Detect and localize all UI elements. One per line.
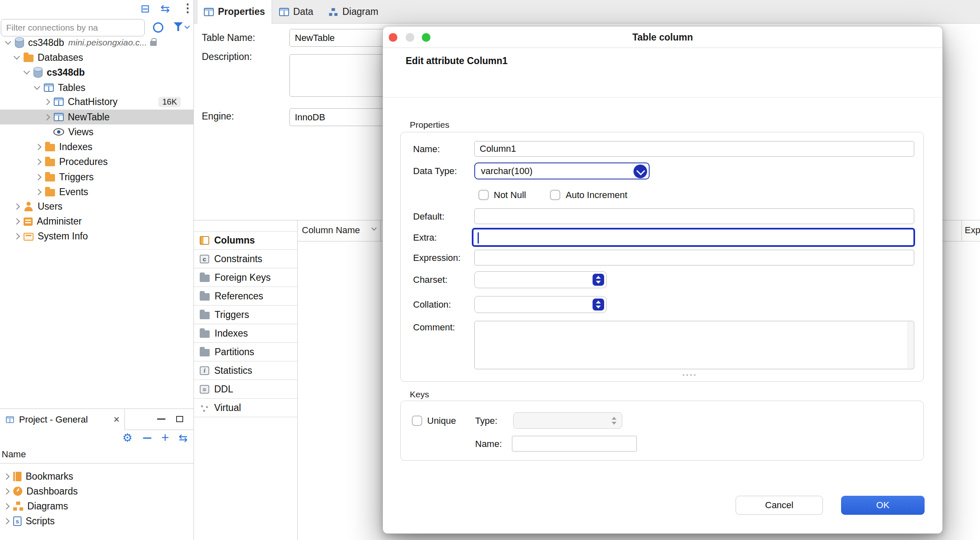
- chevron-right-icon[interactable]: [3, 474, 10, 479]
- tree-item-connection[interactable]: cs348db mini.peisongxiao.c...: [0, 35, 194, 50]
- tree-item-system-info[interactable]: System Info: [0, 229, 194, 244]
- tree-item-triggers[interactable]: Triggers: [0, 170, 194, 184]
- maximize-panel-icon[interactable]: [176, 416, 183, 422]
- side-tab-virtual[interactable]: Virtual: [194, 399, 297, 417]
- side-tab-triggers[interactable]: Triggers: [194, 306, 297, 324]
- close-icon[interactable]: ×: [113, 414, 120, 425]
- chevron-right-icon[interactable]: [3, 519, 10, 523]
- side-tab-columns[interactable]: Columns: [194, 231, 297, 250]
- project-item-dashboards[interactable]: Dashboards: [0, 484, 194, 499]
- column-name-input[interactable]: [474, 141, 914, 157]
- add-item-icon[interactable]: +: [161, 431, 169, 444]
- kebab-menu-icon[interactable]: ⋮: [182, 2, 194, 14]
- data-type-select[interactable]: varchar(100): [474, 162, 650, 179]
- chevron-right-icon[interactable]: [3, 489, 10, 494]
- comment-textarea[interactable]: [474, 321, 914, 369]
- extra-input-focused[interactable]: [472, 228, 915, 247]
- chevron-right-icon[interactable]: [3, 504, 10, 509]
- chevron-down-icon[interactable]: [633, 165, 647, 178]
- cancel-button[interactable]: Cancel: [736, 496, 823, 515]
- tree-item-administer[interactable]: Administer: [0, 214, 194, 229]
- tab-properties[interactable]: Properties: [197, 0, 272, 24]
- properties-tab-icon: [204, 8, 214, 16]
- chevron-right-icon[interactable]: [35, 160, 41, 164]
- databases-folder-icon: [24, 55, 33, 62]
- filter-connections-input[interactable]: [1, 19, 145, 36]
- chevron-down-icon[interactable]: [24, 71, 30, 74]
- tree-item-database-cs348db[interactable]: cs348db: [0, 65, 194, 80]
- not-null-label[interactable]: Not Null: [494, 189, 526, 201]
- side-tab-indexes[interactable]: Indexes: [194, 324, 297, 343]
- remove-item-icon[interactable]: [143, 437, 151, 439]
- unique-label[interactable]: Unique: [427, 415, 456, 426]
- tree-item-users[interactable]: Users: [0, 199, 194, 214]
- project-item-scripts[interactable]: s Scripts: [0, 514, 194, 528]
- sync-connection-icon[interactable]: ⇆: [179, 432, 188, 443]
- tree-item-views[interactable]: Views: [0, 124, 194, 139]
- chevron-down-icon[interactable]: [34, 86, 40, 89]
- not-null-checkbox[interactable]: [478, 190, 489, 200]
- constraints-icon: c: [200, 255, 209, 263]
- column-name-header[interactable]: Column Name: [302, 225, 360, 236]
- side-tab-references[interactable]: References: [194, 287, 297, 306]
- ok-button[interactable]: OK: [841, 496, 925, 515]
- stepper-icon[interactable]: [593, 274, 604, 286]
- tree-item-events[interactable]: Events: [0, 184, 194, 199]
- side-tab-ddl[interactable]: ≡ DDL: [194, 380, 297, 399]
- tree-item-chathistory[interactable]: ChatHistory 16K: [0, 94, 194, 109]
- gear-icon[interactable]: ⚙: [122, 432, 132, 444]
- filter-settings-icon[interactable]: [174, 22, 183, 31]
- constraints-glyph: c: [203, 256, 206, 263]
- data-tab-icon: [279, 8, 289, 16]
- resize-grip-icon[interactable]: [683, 374, 684, 376]
- chevron-right-icon[interactable]: [35, 145, 41, 149]
- chevron-right-icon[interactable]: [35, 190, 41, 194]
- side-tab-constraints[interactable]: c Constraints: [194, 250, 297, 268]
- dialog-titlebar[interactable]: Table column: [383, 26, 942, 48]
- charset-select[interactable]: [474, 271, 607, 288]
- chevron-right-icon[interactable]: [44, 100, 50, 104]
- filter-dropdown-icon[interactable]: [184, 24, 190, 29]
- column-menu-chevron-icon[interactable]: [371, 225, 377, 231]
- collapse-all-icon[interactable]: ⊟: [141, 3, 150, 14]
- unique-checkbox[interactable]: [412, 416, 422, 426]
- expression-input[interactable]: [474, 250, 914, 265]
- chevron-right-icon[interactable]: [14, 234, 20, 239]
- collapse-connections-icon[interactable]: [153, 22, 163, 33]
- link-editor-icon[interactable]: ⇆: [160, 3, 170, 14]
- auto-increment-label[interactable]: Auto Increment: [566, 189, 627, 201]
- side-tab-foreign-keys[interactable]: Foreign Keys: [194, 268, 297, 287]
- key-name-input[interactable]: [512, 436, 637, 452]
- project-name-column-header[interactable]: Name: [0, 446, 194, 464]
- collation-select[interactable]: [474, 296, 607, 313]
- tab-diagram[interactable]: Diagram: [322, 0, 385, 24]
- tab-project-general[interactable]: Project - General ×: [0, 409, 125, 430]
- scrollbar[interactable]: [908, 322, 913, 368]
- minimize-panel-icon[interactable]: [157, 418, 165, 420]
- chevron-down-icon[interactable]: [5, 41, 11, 44]
- stepper-icon[interactable]: [593, 299, 604, 311]
- tree-item-newtable[interactable]: NewTable: [0, 110, 194, 124]
- table-icon: [54, 98, 64, 106]
- expr-column-header[interactable]: Expr: [965, 225, 980, 236]
- charset-label: Charset:: [413, 274, 447, 285]
- chevron-right-icon[interactable]: [44, 115, 50, 119]
- dialog-title: Table column: [383, 26, 942, 48]
- chevron-right-icon[interactable]: [35, 175, 41, 179]
- tree-item-databases[interactable]: Databases: [0, 50, 194, 65]
- side-tab-partitions[interactable]: Partitions: [194, 343, 297, 361]
- side-tab-label: Foreign Keys: [215, 272, 271, 283]
- auto-increment-checkbox[interactable]: [550, 190, 560, 200]
- key-type-select[interactable]: [513, 412, 622, 429]
- chevron-right-icon[interactable]: [14, 204, 20, 209]
- tree-item-tables[interactable]: Tables: [0, 80, 194, 95]
- tree-item-indexes[interactable]: Indexes: [0, 139, 194, 154]
- default-input[interactable]: [474, 208, 914, 224]
- project-item-diagrams[interactable]: Diagrams: [0, 499, 194, 514]
- side-tab-statistics[interactable]: i Statistics: [194, 361, 297, 380]
- tab-data[interactable]: Data: [272, 0, 320, 24]
- chevron-down-icon[interactable]: [14, 56, 20, 59]
- chevron-right-icon[interactable]: [14, 219, 20, 224]
- tree-item-procedures[interactable]: Procedures: [0, 154, 194, 169]
- project-item-bookmarks[interactable]: Bookmarks: [0, 469, 194, 484]
